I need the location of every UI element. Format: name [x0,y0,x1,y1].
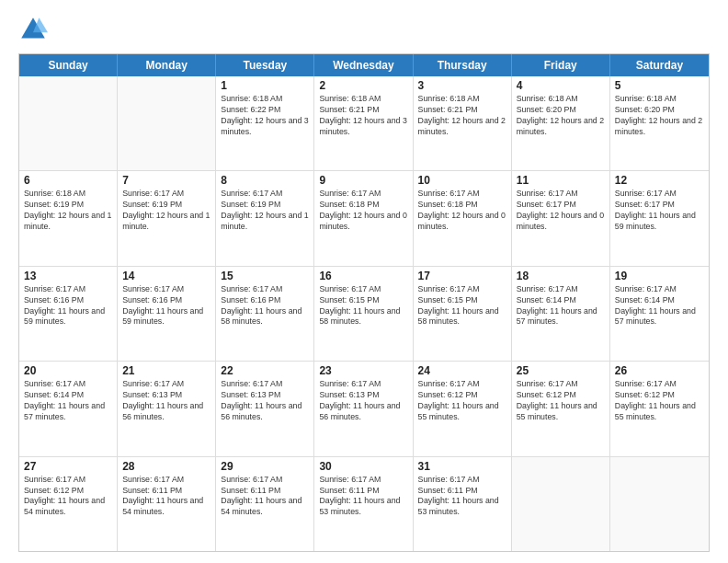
calendar-day-6: 6Sunrise: 6:18 AMSunset: 6:19 PMDaylight… [19,171,118,265]
header-day-monday: Monday [118,54,216,76]
day-info: Sunrise: 6:17 AMSunset: 6:18 PMDaylight:… [418,189,506,233]
day-info: Sunrise: 6:17 AMSunset: 6:13 PMDaylight:… [122,379,210,423]
day-info: Sunrise: 6:17 AMSunset: 6:15 PMDaylight:… [319,284,407,328]
day-number: 10 [418,174,506,187]
calendar-day-9: 9Sunrise: 6:17 AMSunset: 6:18 PMDaylight… [314,171,413,265]
day-number: 31 [418,460,506,473]
header [18,15,710,44]
day-info: Sunrise: 6:18 AMSunset: 6:20 PMDaylight:… [517,94,605,138]
day-number: 30 [319,460,407,473]
calendar-header: SundayMondayTuesdayWednesdayThursdayFrid… [19,54,709,76]
day-info: Sunrise: 6:17 AMSunset: 6:12 PMDaylight:… [24,475,112,519]
day-info: Sunrise: 6:17 AMSunset: 6:14 PMDaylight:… [615,284,704,328]
calendar-day-11: 11Sunrise: 6:17 AMSunset: 6:17 PMDayligh… [512,171,610,265]
calendar-day-5: 5Sunrise: 6:18 AMSunset: 6:20 PMDaylight… [610,76,709,170]
day-number: 21 [122,364,210,377]
day-info: Sunrise: 6:17 AMSunset: 6:17 PMDaylight:… [517,189,605,233]
day-info: Sunrise: 6:17 AMSunset: 6:16 PMDaylight:… [221,284,309,328]
calendar-day-31: 31Sunrise: 6:17 AMSunset: 6:11 PMDayligh… [414,457,512,551]
day-number: 4 [517,79,605,92]
day-info: Sunrise: 6:18 AMSunset: 6:22 PMDaylight:… [221,94,309,138]
day-info: Sunrise: 6:17 AMSunset: 6:12 PMDaylight:… [517,379,605,423]
calendar-week-1: 1Sunrise: 6:18 AMSunset: 6:22 PMDaylight… [19,76,709,170]
day-info: Sunrise: 6:17 AMSunset: 6:11 PMDaylight:… [319,475,407,519]
calendar-day-25: 25Sunrise: 6:17 AMSunset: 6:12 PMDayligh… [512,362,610,455]
calendar-day-29: 29Sunrise: 6:17 AMSunset: 6:11 PMDayligh… [216,457,314,551]
day-number: 1 [221,79,309,92]
day-info: Sunrise: 6:17 AMSunset: 6:15 PMDaylight:… [418,284,506,328]
header-day-sunday: Sunday [19,54,118,76]
day-number: 5 [615,79,704,92]
day-number: 25 [517,364,605,377]
calendar-day-15: 15Sunrise: 6:17 AMSunset: 6:16 PMDayligh… [216,267,314,361]
calendar-empty-cell [118,76,216,170]
calendar-day-27: 27Sunrise: 6:17 AMSunset: 6:12 PMDayligh… [19,457,118,551]
header-day-tuesday: Tuesday [216,54,314,76]
day-number: 14 [122,270,210,282]
calendar-day-24: 24Sunrise: 6:17 AMSunset: 6:12 PMDayligh… [414,362,512,455]
calendar-day-12: 12Sunrise: 6:17 AMSunset: 6:17 PMDayligh… [610,171,709,265]
day-info: Sunrise: 6:17 AMSunset: 6:17 PMDaylight:… [615,189,704,233]
calendar-day-3: 3Sunrise: 6:18 AMSunset: 6:21 PMDaylight… [414,76,512,170]
header-day-wednesday: Wednesday [314,54,413,76]
calendar-day-28: 28Sunrise: 6:17 AMSunset: 6:11 PMDayligh… [118,457,216,551]
day-number: 9 [319,174,407,187]
calendar: SundayMondayTuesdayWednesdayThursdayFrid… [18,53,710,552]
calendar-day-13: 13Sunrise: 6:17 AMSunset: 6:16 PMDayligh… [19,267,118,361]
calendar-day-10: 10Sunrise: 6:17 AMSunset: 6:18 PMDayligh… [414,171,512,265]
day-info: Sunrise: 6:17 AMSunset: 6:19 PMDaylight:… [122,189,210,233]
day-number: 6 [24,174,112,187]
calendar-day-26: 26Sunrise: 6:17 AMSunset: 6:12 PMDayligh… [610,362,709,455]
day-number: 8 [221,174,309,187]
calendar-day-22: 22Sunrise: 6:17 AMSunset: 6:13 PMDayligh… [216,362,314,455]
day-number: 12 [615,174,704,187]
day-info: Sunrise: 6:17 AMSunset: 6:18 PMDaylight:… [319,189,407,233]
day-number: 7 [122,174,210,187]
calendar-day-20: 20Sunrise: 6:17 AMSunset: 6:14 PMDayligh… [19,362,118,455]
calendar-day-17: 17Sunrise: 6:17 AMSunset: 6:15 PMDayligh… [414,267,512,361]
day-number: 3 [418,79,506,92]
calendar-week-2: 6Sunrise: 6:18 AMSunset: 6:19 PMDaylight… [19,170,709,265]
day-info: Sunrise: 6:18 AMSunset: 6:19 PMDaylight:… [24,189,112,233]
logo-icon [18,15,48,44]
day-number: 18 [517,270,605,282]
calendar-week-5: 27Sunrise: 6:17 AMSunset: 6:12 PMDayligh… [19,456,709,551]
day-number: 16 [319,270,407,282]
day-number: 26 [615,364,704,377]
day-number: 28 [122,460,210,473]
day-number: 2 [319,79,407,92]
calendar-empty-cell [610,457,709,551]
day-info: Sunrise: 6:17 AMSunset: 6:16 PMDaylight:… [24,284,112,328]
calendar-day-21: 21Sunrise: 6:17 AMSunset: 6:13 PMDayligh… [118,362,216,455]
day-number: 19 [615,270,704,282]
day-info: Sunrise: 6:18 AMSunset: 6:20 PMDaylight:… [615,94,704,138]
calendar-empty-cell [512,457,610,551]
day-info: Sunrise: 6:17 AMSunset: 6:14 PMDaylight:… [24,379,112,423]
day-info: Sunrise: 6:17 AMSunset: 6:14 PMDaylight:… [517,284,605,328]
calendar-day-8: 8Sunrise: 6:17 AMSunset: 6:19 PMDaylight… [216,171,314,265]
calendar-day-30: 30Sunrise: 6:17 AMSunset: 6:11 PMDayligh… [314,457,413,551]
day-number: 29 [221,460,309,473]
day-info: Sunrise: 6:17 AMSunset: 6:13 PMDaylight:… [319,379,407,423]
calendar-week-4: 20Sunrise: 6:17 AMSunset: 6:14 PMDayligh… [19,361,709,455]
calendar-week-3: 13Sunrise: 6:17 AMSunset: 6:16 PMDayligh… [19,266,709,361]
day-number: 11 [517,174,605,187]
day-info: Sunrise: 6:17 AMSunset: 6:13 PMDaylight:… [221,379,309,423]
calendar-day-18: 18Sunrise: 6:17 AMSunset: 6:14 PMDayligh… [512,267,610,361]
day-number: 23 [319,364,407,377]
day-info: Sunrise: 6:17 AMSunset: 6:11 PMDaylight:… [221,475,309,519]
day-number: 13 [24,270,112,282]
day-info: Sunrise: 6:18 AMSunset: 6:21 PMDaylight:… [319,94,407,138]
calendar-day-23: 23Sunrise: 6:17 AMSunset: 6:13 PMDayligh… [314,362,413,455]
day-number: 24 [418,364,506,377]
calendar-day-4: 4Sunrise: 6:18 AMSunset: 6:20 PMDaylight… [512,76,610,170]
calendar-day-1: 1Sunrise: 6:18 AMSunset: 6:22 PMDaylight… [216,76,314,170]
day-info: Sunrise: 6:17 AMSunset: 6:12 PMDaylight:… [418,379,506,423]
calendar-day-7: 7Sunrise: 6:17 AMSunset: 6:19 PMDaylight… [118,171,216,265]
day-number: 27 [24,460,112,473]
day-info: Sunrise: 6:17 AMSunset: 6:12 PMDaylight:… [615,379,704,423]
day-number: 15 [221,270,309,282]
calendar-day-2: 2Sunrise: 6:18 AMSunset: 6:21 PMDaylight… [314,76,413,170]
calendar-empty-cell [19,76,118,170]
day-number: 22 [221,364,309,377]
